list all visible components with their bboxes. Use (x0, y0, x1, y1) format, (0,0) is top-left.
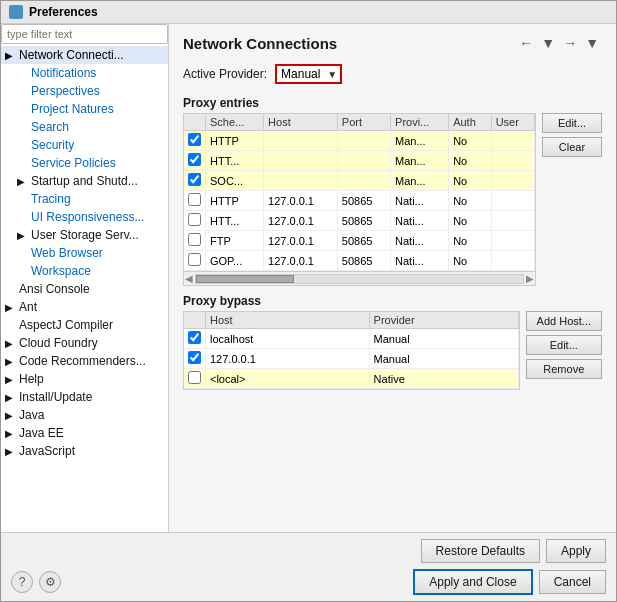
tree-arrow-icon: ▶ (17, 176, 29, 187)
proxy-cell-5-1: 127.0.0.1 (264, 231, 338, 251)
filter-input[interactable] (1, 24, 168, 44)
sidebar-item-install-update[interactable]: ▶Install/Update (1, 388, 168, 406)
proxy-checkbox-6[interactable] (188, 253, 201, 266)
bypass-content: HostProvider localhostManual127.0.0.1Man… (183, 311, 602, 390)
bypass-row-1: 127.0.0.1Manual (184, 349, 518, 369)
bypass-checkbox-2[interactable] (188, 371, 201, 384)
sidebar-item-user-storage[interactable]: ▶User Storage Serv... (1, 226, 168, 244)
restore-defaults-button[interactable]: Restore Defaults (421, 539, 540, 563)
sidebar-item-ant[interactable]: ▶Ant (1, 298, 168, 316)
sidebar-item-label: Tracing (31, 192, 71, 206)
window-icon (9, 5, 23, 19)
nav-back-button[interactable]: ← (516, 34, 536, 52)
proxy-entries-content: Sche...HostPortProvi...AuthUser HTTPMan.… (183, 113, 602, 286)
tree-arrow-icon: ▶ (5, 338, 17, 349)
proxy-checkbox-1[interactable] (188, 153, 201, 166)
proxy-cell-4-2: 50865 (337, 211, 390, 231)
bypass-checkbox-0[interactable] (188, 331, 201, 344)
help-icon-button[interactable]: ? (11, 571, 33, 593)
sidebar-item-service-policies[interactable]: Service Policies (1, 154, 168, 172)
footer-area: Restore Defaults Apply ? ⚙ Apply and Clo… (1, 532, 616, 601)
proxy-cell-5-5 (491, 231, 534, 251)
nav-forward-button[interactable]: → (560, 34, 580, 52)
bypass-add-host-button[interactable]: Add Host... (526, 311, 602, 331)
proxy-cell-1-3: Man... (391, 151, 449, 171)
settings-icon-button[interactable]: ⚙ (39, 571, 61, 593)
tree-arrow-icon: ▶ (5, 428, 17, 439)
bypass-col-1: Host (206, 312, 370, 329)
sidebar-item-cloud-foundry[interactable]: ▶Cloud Foundry (1, 334, 168, 352)
bypass-table: HostProvider localhostManual127.0.0.1Man… (184, 312, 519, 389)
sidebar-item-label: Search (31, 120, 69, 134)
footer-left-icons: ? ⚙ (11, 571, 61, 593)
proxy-checkbox-3[interactable] (188, 193, 201, 206)
footer-bottom: ? ⚙ Apply and Close Cancel (11, 569, 606, 595)
proxy-scrollbar[interactable]: ◀ ▶ (184, 271, 535, 285)
proxy-checkbox-5[interactable] (188, 233, 201, 246)
footer-right-buttons: Apply and Close Cancel (413, 569, 606, 595)
proxy-cell-1-0: HTT... (206, 151, 264, 171)
proxy-cell-1-5 (491, 151, 534, 171)
proxy-cell-3-3: Nati... (391, 191, 449, 211)
sidebar-item-startup-shutdown[interactable]: ▶Startup and Shutd... (1, 172, 168, 190)
sidebar-item-security[interactable]: Security (1, 136, 168, 154)
nav-dropdown-button[interactable]: ▼ (538, 34, 558, 52)
provider-select[interactable]: DirectManualNativeSystem (277, 66, 340, 82)
proxy-cell-3-4: No (449, 191, 492, 211)
sidebar-item-network-connections[interactable]: ▶Network Connecti... (1, 46, 168, 64)
sidebar-item-perspectives[interactable]: Perspectives (1, 82, 168, 100)
sidebar-item-tracing[interactable]: Tracing (1, 190, 168, 208)
proxy-row-5: FTP127.0.0.150865Nati...No (184, 231, 535, 251)
bypass-edit-button[interactable]: Edit... (526, 335, 602, 355)
proxy-checkbox-0[interactable] (188, 133, 201, 146)
apply-and-close-button[interactable]: Apply and Close (413, 569, 532, 595)
sidebar-item-aspectj-compiler[interactable]: AspectJ Compiler (1, 316, 168, 334)
bypass-remove-button[interactable]: Remove (526, 359, 602, 379)
proxy-row-4: HTT...127.0.0.150865Nati...No (184, 211, 535, 231)
content-area: Network Connections ← ▼ → ▼ Active Provi… (169, 24, 616, 532)
bypass-checkbox-1[interactable] (188, 351, 201, 364)
proxy-cell-2-2 (337, 171, 390, 191)
sidebar-item-web-browser[interactable]: Web Browser (1, 244, 168, 262)
tree-arrow-icon: ▶ (5, 392, 17, 403)
cancel-button[interactable]: Cancel (539, 570, 606, 594)
sidebar-item-label: Notifications (31, 66, 96, 80)
sidebar-item-search[interactable]: Search (1, 118, 168, 136)
sidebar: ▶Network Connecti...NotificationsPerspec… (1, 24, 169, 532)
proxy-cell-0-2 (337, 131, 390, 151)
proxy-row-2: SOC...Man...No (184, 171, 535, 191)
proxy-cell-6-0: GOP... (206, 251, 264, 271)
proxy-cell-2-4: No (449, 171, 492, 191)
bypass-table-wrapper: HostProvider localhostManual127.0.0.1Man… (183, 311, 520, 390)
proxy-checkbox-2[interactable] (188, 173, 201, 186)
proxy-clear-button[interactable]: Clear (542, 137, 602, 157)
sidebar-item-code-recommenders[interactable]: ▶Code Recommenders... (1, 352, 168, 370)
sidebar-item-ansi-console[interactable]: Ansi Console (1, 280, 168, 298)
main-area: ▶Network Connecti...NotificationsPerspec… (1, 24, 616, 532)
apply-button[interactable]: Apply (546, 539, 606, 563)
proxy-cell-1-4: No (449, 151, 492, 171)
proxy-entries-section: Proxy entries Sche...HostPortProvi...Aut… (183, 96, 602, 286)
sidebar-item-java[interactable]: ▶Java (1, 406, 168, 424)
proxy-cell-4-3: Nati... (391, 211, 449, 231)
sidebar-item-notifications[interactable]: Notifications (1, 64, 168, 82)
sidebar-item-ui-responsiveness[interactable]: UI Responsiveness... (1, 208, 168, 226)
sidebar-item-help[interactable]: ▶Help (1, 370, 168, 388)
nav-forward-dropdown-button[interactable]: ▼ (582, 34, 602, 52)
preferences-window: Preferences ▶Network Connecti...Notifica… (0, 0, 617, 602)
proxy-col-3: Port (337, 114, 390, 131)
provider-select-wrapper[interactable]: DirectManualNativeSystem ▼ (275, 64, 342, 84)
sidebar-item-java-ee[interactable]: ▶Java EE (1, 424, 168, 442)
proxy-edit-button[interactable]: Edit... (542, 113, 602, 133)
sidebar-item-label: Code Recommenders... (19, 354, 146, 368)
sidebar-item-project-natures[interactable]: Project Natures (1, 100, 168, 118)
proxy-cell-6-5 (491, 251, 534, 271)
sidebar-item-label: Java (19, 408, 44, 422)
sidebar-item-workspace[interactable]: Workspace (1, 262, 168, 280)
proxy-bypass-section: Proxy bypass HostProvider localhostManua… (183, 294, 602, 390)
footer-top: Restore Defaults Apply (11, 539, 606, 563)
sidebar-item-javascript[interactable]: ▶JavaScript (1, 442, 168, 460)
proxy-col-2: Host (264, 114, 338, 131)
proxy-checkbox-4[interactable] (188, 213, 201, 226)
tree-arrow-icon: ▶ (5, 410, 17, 421)
